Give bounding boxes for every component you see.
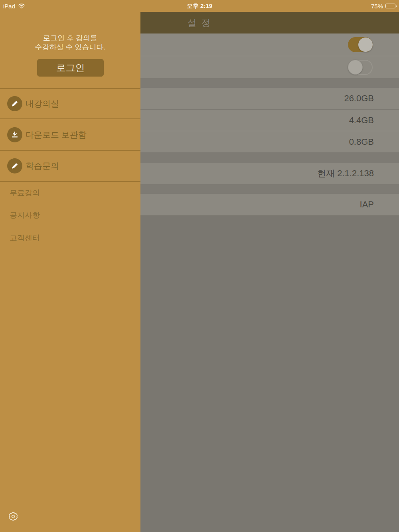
login-button[interactable]: 로그인 <box>37 59 104 77</box>
storage-total-value: 26.0GB <box>344 88 374 109</box>
battery-icon <box>385 4 397 8</box>
download-icon <box>7 127 22 142</box>
sidebar-item-free-lectures[interactable]: 무료강의 <box>0 185 140 201</box>
app-version-value: 현재 2.1.2.138 <box>317 163 374 184</box>
sidebar-item-label: 내강의실 <box>26 89 59 118</box>
pencil-icon <box>7 158 22 173</box>
toggle-switch-1[interactable] <box>348 37 373 52</box>
sidebar-item-my-classroom[interactable]: 내강의실 <box>0 89 140 118</box>
gear-icon <box>8 511 19 522</box>
login-message: 로그인 후 강의를 수강하실 수 있습니다. <box>0 33 140 52</box>
status-right: 75% <box>371 0 397 12</box>
status-time: 오후 2:19 <box>0 0 399 12</box>
sidebar-item-label: 공지사항 <box>10 207 40 223</box>
sidebar-item-label: 무료강의 <box>10 185 40 201</box>
sidebar-item-label: 다운로드 보관함 <box>26 119 87 150</box>
status-bar: iPad 오후 2:19 75% <box>0 0 399 12</box>
settings-gear-button[interactable] <box>8 511 19 522</box>
page-title: 설 정 <box>187 18 211 28</box>
side-drawer: 로그인 후 강의를 수강하실 수 있습니다. 로그인 내강의실 <box>0 0 140 532</box>
sidebar-item-notices[interactable]: 공지사항 <box>0 207 140 223</box>
toggle-knob <box>348 60 363 75</box>
storage-used-value: 4.4GB <box>349 110 374 131</box>
toggle-knob <box>358 37 373 52</box>
login-message-line2: 수강하실 수 있습니다. <box>0 43 140 52</box>
battery-percent-label: 75% <box>371 3 383 10</box>
sidebar-item-learning-inquiry[interactable]: 학습문의 <box>0 151 140 181</box>
sidebar-divider <box>0 181 140 182</box>
sidebar-item-download-box[interactable]: 다운로드 보관함 <box>0 119 140 150</box>
sidebar-item-customer-center[interactable]: 고객센터 <box>0 230 140 246</box>
sidebar-item-label: 학습문의 <box>26 151 59 181</box>
storage-free-value: 0.8GB <box>349 131 374 152</box>
app-screen: 설 정 26.0GB 4.4GB 0.8GB 현재 <box>0 0 399 532</box>
toggle-switch-2[interactable] <box>348 60 373 75</box>
pencil-icon <box>7 96 22 111</box>
sidebar-item-label: 고객센터 <box>10 230 40 246</box>
login-message-line1: 로그인 후 강의를 <box>0 33 140 43</box>
iap-value: IAP <box>360 194 374 215</box>
